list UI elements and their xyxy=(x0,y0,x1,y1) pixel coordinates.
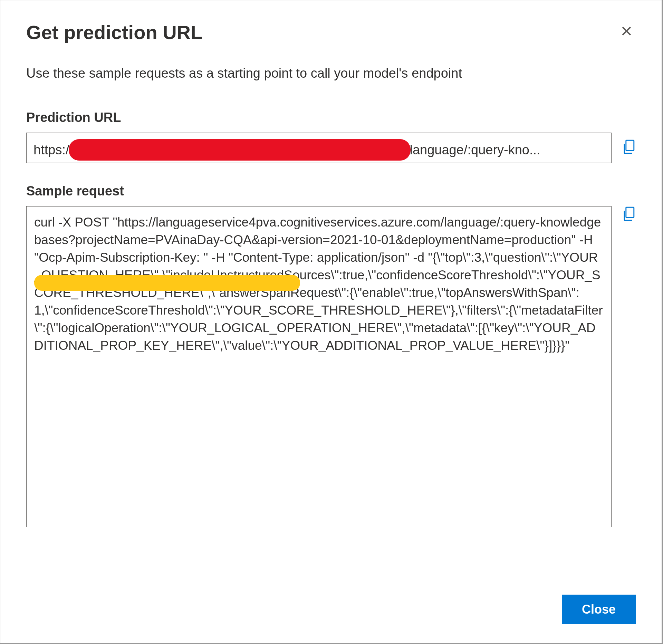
dialog-description: Use these sample requests as a starting … xyxy=(26,66,636,81)
dialog-title: Get prediction URL xyxy=(26,21,202,44)
dialog-header: Get prediction URL ✕ xyxy=(26,21,636,44)
close-button[interactable]: Close xyxy=(562,595,636,624)
dialog-footer: Close xyxy=(26,595,636,624)
prediction-url-input[interactable]: https:/ language/:query-kno... xyxy=(26,133,612,163)
redaction-red xyxy=(69,139,411,161)
prediction-url-label: Prediction URL xyxy=(26,110,636,125)
sample-request-label: Sample request xyxy=(26,184,636,199)
prediction-url-row: https:/ language/:query-kno... xyxy=(26,133,636,163)
sample-request-row: curl -X POST "https://languageservice4pv… xyxy=(26,206,636,570)
svg-rect-0 xyxy=(626,140,634,151)
prediction-url-dialog: Get prediction URL ✕ Use these sample re… xyxy=(0,0,663,644)
copy-icon[interactable] xyxy=(622,139,636,156)
close-icon[interactable]: ✕ xyxy=(617,21,636,42)
sample-request-textarea[interactable]: curl -X POST "https://languageservice4pv… xyxy=(26,206,612,527)
url-prefix: https:/ xyxy=(33,143,69,157)
svg-rect-1 xyxy=(626,207,634,218)
url-suffix: language/:query-kno... xyxy=(410,143,540,157)
copy-icon[interactable] xyxy=(622,206,636,223)
redaction-yellow xyxy=(34,275,300,291)
